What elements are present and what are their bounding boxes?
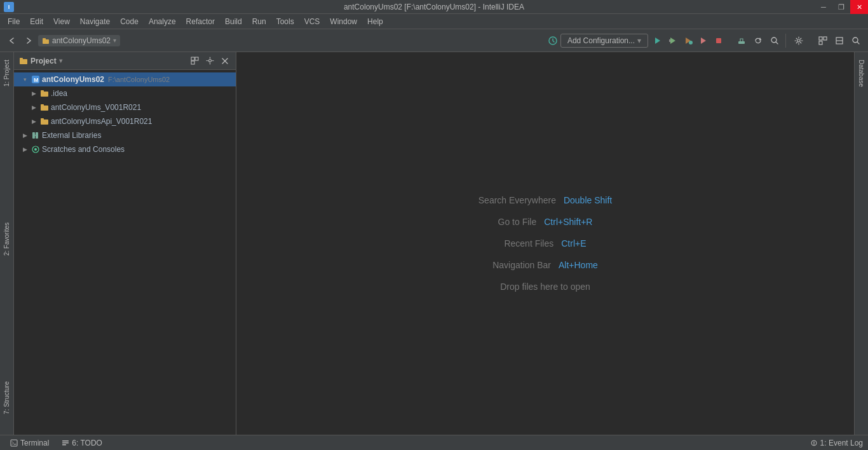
structure-tab[interactable]: 7: Structure	[1, 376, 12, 419]
tree-item-ext-libs[interactable]: ▶ External Libraries	[14, 128, 236, 142]
project-tab-label: 1: Project	[3, 60, 10, 86]
root-label: antColonyUms02	[42, 75, 104, 84]
menu-code[interactable]: Code	[115, 15, 144, 28]
menu-tools[interactable]: Tools	[271, 15, 299, 28]
svg-rect-43	[62, 440, 69, 442]
navbar-label: Navigation Bar	[492, 260, 551, 270]
scratches-icon	[31, 144, 41, 154]
add-config-label: Add Configuration...	[567, 36, 635, 45]
sidebar-tab-project[interactable]: 1: Project	[1, 55, 12, 92]
todo-tab[interactable]: 6: TODO	[57, 437, 107, 449]
run-button[interactable]	[651, 34, 665, 48]
folder-icon-v001r021	[39, 102, 50, 112]
settings-button[interactable]	[792, 34, 806, 48]
project-dropdown-arrow: ▾	[113, 37, 116, 44]
navbar-shortcut: Alt+Home	[559, 260, 598, 270]
sync-button[interactable]	[751, 34, 765, 48]
svg-point-7	[689, 41, 693, 44]
tree-item-v001r021[interactable]: ▶ antColonyUms_V001R021	[14, 100, 236, 114]
api-v001r021-label: antColonyUmsApi_V001R021	[51, 117, 152, 126]
tree-arrow-root: ▾	[20, 75, 29, 84]
favorites-tab[interactable]: 2: Favorites	[1, 217, 12, 261]
svg-rect-44	[62, 442, 69, 444]
svg-rect-39	[34, 135, 37, 136]
menu-help[interactable]: Help	[362, 15, 388, 28]
expand-button[interactable]	[816, 34, 830, 48]
build-project-button[interactable]	[735, 34, 749, 48]
ext-libs-label: External Libraries	[42, 131, 101, 140]
structure-panel: 7: Structure	[0, 376, 14, 419]
panel-settings-button[interactable]	[204, 55, 215, 67]
svg-rect-10	[738, 41, 745, 44]
menu-file[interactable]: File	[3, 15, 25, 28]
tree-arrow-scratches: ▶	[20, 145, 29, 154]
v001r021-label: antColonyUms_V001R021	[51, 103, 141, 112]
svg-rect-0	[43, 39, 49, 44]
hint-row-search: Search Everywhere Double Shift	[478, 195, 612, 205]
search-everywhere-button[interactable]	[768, 34, 782, 48]
minimize-button[interactable]: ─	[815, 0, 832, 14]
drop-hint: Drop files here to open	[500, 282, 590, 292]
tree-item-scratches[interactable]: ▶ Scratches and Consoles	[14, 142, 236, 156]
svg-rect-32	[41, 90, 44, 92]
main-layout: 1: Project Project ▾ ▾	[0, 52, 868, 435]
panel-close-button[interactable]	[219, 55, 231, 67]
menu-build[interactable]: Build	[220, 15, 247, 28]
tree-arrow-ext-libs: ▶	[20, 131, 29, 140]
terminal-tab[interactable]: Terminal	[5, 437, 54, 449]
structure-label: 7: Structure	[3, 381, 10, 414]
search-label: Search Everywhere	[478, 195, 556, 205]
menu-window[interactable]: Window	[325, 15, 362, 28]
tree-arrow-api-v001r021: ▶	[29, 117, 38, 126]
back-button[interactable]	[5, 34, 19, 48]
svg-marker-8	[701, 38, 706, 44]
menu-navigate[interactable]: Navigate	[75, 15, 115, 28]
menu-analyze[interactable]: Analyze	[144, 15, 181, 28]
debug-button[interactable]	[666, 34, 680, 48]
tree-item-idea[interactable]: ▶ .idea	[14, 86, 236, 100]
search-shortcut: Double Shift	[564, 195, 612, 205]
svg-rect-45	[62, 444, 66, 446]
project-dropdown-caret[interactable]: ▾	[59, 57, 62, 64]
collapse-all-button[interactable]	[189, 55, 200, 67]
search-toolbar-button[interactable]	[849, 34, 863, 48]
svg-rect-42	[11, 440, 17, 446]
add-configuration-button[interactable]: Add Configuration... ▾	[560, 34, 648, 48]
menu-run[interactable]: Run	[247, 15, 271, 28]
collapse-main-button[interactable]	[832, 34, 846, 48]
svg-point-41	[34, 148, 37, 151]
svg-rect-31	[41, 92, 48, 97]
menu-view[interactable]: View	[48, 15, 75, 28]
root-path: F:\antColonyUms02	[108, 76, 170, 83]
todo-label: 6: TODO	[72, 439, 102, 447]
menu-refactor[interactable]: Refactor	[181, 15, 220, 28]
folder-icon-api-v001r021	[39, 116, 50, 126]
database-sidebar-tab[interactable]: Database	[856, 55, 867, 92]
coverage-button[interactable]	[681, 34, 695, 48]
project-dropdown[interactable]: antColonyUms02 ▾	[38, 35, 120, 46]
svg-marker-4	[670, 38, 675, 44]
svg-marker-3	[655, 38, 660, 44]
menu-vcs[interactable]: VCS	[299, 15, 325, 28]
svg-line-12	[776, 42, 778, 44]
svg-rect-36	[41, 118, 44, 120]
svg-rect-16	[819, 41, 822, 44]
run-buttons	[651, 34, 726, 48]
tree-arrow-idea: ▶	[29, 89, 38, 98]
recent-shortcut: Ctrl+E	[561, 238, 586, 249]
stop-button[interactable]	[712, 34, 726, 48]
profile-button[interactable]	[696, 34, 710, 48]
hint-row-goto: Go to File Ctrl+Shift+R	[498, 217, 593, 227]
event-log-button[interactable]: 1: Event Log	[810, 439, 863, 447]
menu-edit[interactable]: Edit	[25, 15, 48, 28]
tree-item-root[interactable]: ▾ M antColonyUms02 F:\antColonyUms02	[14, 72, 236, 86]
configuration-icon	[548, 36, 558, 46]
svg-point-13	[797, 39, 800, 42]
goto-label: Go to File	[498, 217, 537, 227]
restore-button[interactable]: ❐	[832, 0, 850, 14]
close-button[interactable]: ✕	[850, 0, 868, 14]
forward-button[interactable]	[22, 34, 36, 48]
terminal-icon	[10, 439, 18, 447]
idea-label: .idea	[51, 89, 67, 98]
tree-item-api-v001r021[interactable]: ▶ antColonyUmsApi_V001R021	[14, 114, 236, 128]
